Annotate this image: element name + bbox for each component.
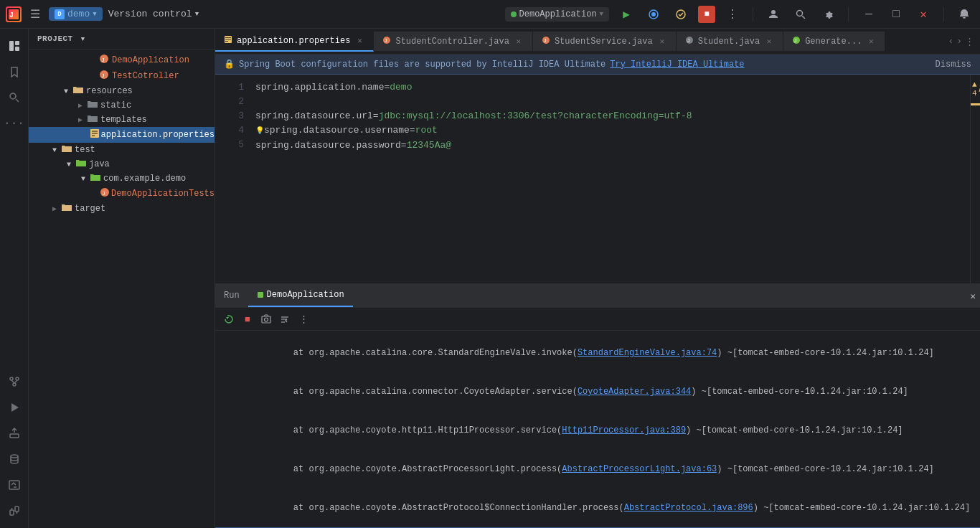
notifications-icon[interactable] xyxy=(954,4,974,24)
svg-point-51 xyxy=(265,318,268,321)
tab-student-controller[interactable]: J StudentController.java ✕ xyxy=(374,32,532,51)
tab-next-icon[interactable]: › xyxy=(956,36,962,47)
tree-item-demo-tests[interactable]: J DemoApplicationTests xyxy=(29,186,215,202)
svg-rect-10 xyxy=(15,47,19,51)
activity-git-icon[interactable] xyxy=(3,370,26,393)
tab-close-sc[interactable]: ✕ xyxy=(514,37,524,47)
activity-db-icon[interactable] xyxy=(3,448,26,471)
svg-rect-23 xyxy=(10,510,14,515)
add-user-icon[interactable] xyxy=(763,4,783,24)
restart-button[interactable] xyxy=(221,311,237,327)
wrap-button[interactable] xyxy=(277,311,293,327)
top-bar-right: DemoApplication ▼ ▶ ■ ⋮ — □ ✕ xyxy=(505,4,974,24)
tree-item-target[interactable]: ▶ target xyxy=(29,202,215,216)
activity-terminal-icon[interactable] xyxy=(3,473,26,496)
tab-prev-icon[interactable]: ‹ xyxy=(948,36,953,47)
tab-close-demo-app[interactable]: ✕ xyxy=(966,291,980,302)
tree-item-test[interactable]: ▼ test xyxy=(29,143,215,157)
tab-student-service[interactable]: J StudentService.java ✕ xyxy=(533,32,677,51)
tab-generate-icon: J xyxy=(792,36,801,47)
console-line-3: at org.apache.coyote.http11.Http11Proces… xyxy=(221,411,974,450)
console-link-2[interactable]: CoyoteAdapter.java:344 xyxy=(578,387,691,397)
activity-plugins-icon[interactable] xyxy=(3,499,26,522)
run-config-chevron: ▼ xyxy=(600,11,603,18)
maximize-button[interactable]: □ xyxy=(886,4,906,24)
bottom-tab-demo-application[interactable]: DemoApplication xyxy=(248,286,353,307)
activity-find-icon[interactable] xyxy=(3,86,26,109)
tree-label-static: static xyxy=(100,100,131,110)
tab-close-s[interactable]: ✕ xyxy=(764,37,774,47)
warning-count-label: ▲ 4 xyxy=(972,80,977,98)
more-options-button[interactable]: ⋮ xyxy=(722,4,743,24)
version-control-button[interactable]: Version control ▼ xyxy=(108,9,199,19)
activity-project-icon[interactable] xyxy=(3,34,26,57)
activity-run-icon[interactable] xyxy=(3,396,26,419)
hamburger-button[interactable]: ☰ xyxy=(27,6,43,23)
minimize-button[interactable]: — xyxy=(859,4,879,24)
console-line-1: at org.apache.catalina.core.StandardEngi… xyxy=(221,334,974,372)
stop-button[interactable]: ■ xyxy=(698,6,715,23)
bottom-tab-run[interactable]: Run xyxy=(215,286,248,306)
svg-text:J: J xyxy=(101,57,105,63)
tree-item-resources[interactable]: ▼ resources xyxy=(29,84,215,98)
debug-button[interactable] xyxy=(644,4,664,24)
tree-item-java[interactable]: ▼ java xyxy=(29,157,215,171)
run-configuration[interactable]: DemoApplication ▼ xyxy=(505,7,609,22)
tab-overflow-icon[interactable]: ⋮ xyxy=(965,36,974,47)
tree-item-static[interactable]: ▶ static xyxy=(29,98,215,113)
svg-rect-19 xyxy=(10,434,19,438)
tree-item-demo-application[interactable]: J DemoApplication xyxy=(29,52,215,68)
project-selector[interactable]: D demo ▼ xyxy=(49,7,103,21)
java-file-icon2: J xyxy=(98,70,110,82)
close-button[interactable]: ✕ xyxy=(913,4,933,24)
activity-more-icon[interactable]: ··· xyxy=(3,112,26,135)
svg-rect-50 xyxy=(262,316,270,323)
notification-bar: 🔒 Spring Boot configuration files are su… xyxy=(215,55,980,75)
code-content[interactable]: spring.application.name=demo spring.data… xyxy=(250,75,970,283)
svg-point-14 xyxy=(16,377,19,380)
svg-point-20 xyxy=(11,455,18,458)
tab-more[interactable]: ‹ › ⋮ xyxy=(942,36,980,47)
dismiss-button[interactable]: Dismiss xyxy=(936,60,971,70)
tree-item-test-controller[interactable]: J TestCotroller xyxy=(29,68,215,84)
console-link-5[interactable]: AbstractProtocol.java:896 xyxy=(624,503,753,513)
console-content: at org.apache.catalina.core.StandardEngi… xyxy=(215,331,980,527)
settings-icon[interactable] xyxy=(818,4,838,24)
demo-application-tab-label: DemoApplication xyxy=(267,290,344,300)
tab-application-properties[interactable]: application.properties ✕ xyxy=(215,31,374,52)
console-link-3[interactable]: Http11Processor.java:389 xyxy=(562,425,686,435)
screenshot-button[interactable] xyxy=(258,311,274,327)
svg-rect-9 xyxy=(15,41,19,45)
tree-arrow-templates: ▶ xyxy=(75,116,86,124)
svg-point-4 xyxy=(651,12,656,16)
console-link-1[interactable]: StandardEngineValve.java:74 xyxy=(578,348,717,358)
version-control-chevron: ▼ xyxy=(195,11,199,18)
tab-close-application-properties[interactable]: ✕ xyxy=(354,36,364,46)
svg-line-17 xyxy=(14,380,17,383)
tree-arrow-test: ▼ xyxy=(49,146,60,154)
activity-bookmarks-icon[interactable] xyxy=(3,60,26,83)
run-config-name: DemoApplication xyxy=(519,9,597,19)
tree-item-templates[interactable]: ▶ templates xyxy=(29,113,215,127)
tree-item-application-properties[interactable]: application.properties xyxy=(29,127,215,143)
tab-close-gen[interactable]: ✕ xyxy=(866,37,876,47)
run-button[interactable]: ▶ xyxy=(616,4,636,24)
console-link-4[interactable]: AbstractProcessorLight.java:63 xyxy=(562,464,717,474)
tree-item-com-example-demo[interactable]: ▼ com.example.demo xyxy=(29,171,215,186)
settings-coverage-button[interactable] xyxy=(671,4,691,24)
svg-text:J: J xyxy=(543,38,546,44)
svg-point-13 xyxy=(10,377,13,380)
search-icon[interactable] xyxy=(791,4,811,24)
bottom-toolbar: ■ ⋮ xyxy=(215,308,980,331)
tab-close-ss[interactable]: ✕ xyxy=(657,37,667,47)
tree-label-test-controller: TestCotroller xyxy=(112,71,179,81)
code-line-5: spring.datasource.password=12345Aa@ xyxy=(255,138,970,153)
activity-deploy-icon[interactable] xyxy=(3,422,26,445)
tab-student[interactable]: J Student.java ✕ xyxy=(677,32,783,51)
more-console-options[interactable]: ⋮ xyxy=(296,311,311,327)
stop-run-button[interactable]: ■ xyxy=(240,311,255,327)
tree-label-target: target xyxy=(75,204,105,214)
tab-generate[interactable]: J Generate... ✕ xyxy=(783,32,885,51)
code-editor[interactable]: 1 2 3 4 5 spring.application.name=demo s… xyxy=(215,75,980,283)
try-intellij-link[interactable]: Try IntelliJ IDEA Ultimate xyxy=(610,60,744,70)
